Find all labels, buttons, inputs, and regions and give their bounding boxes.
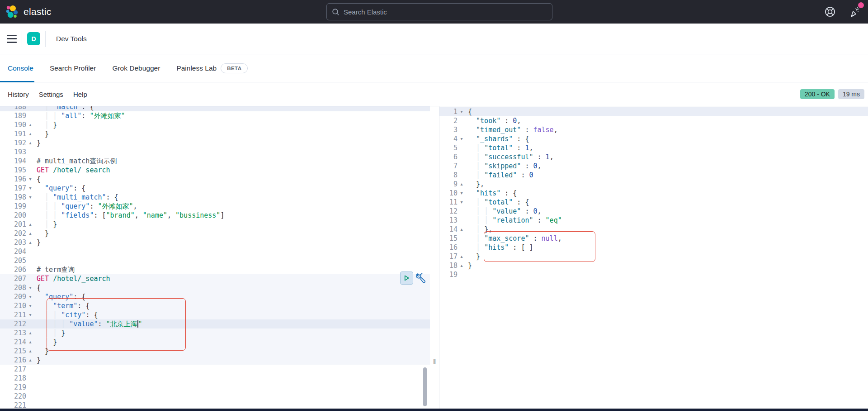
code-line[interactable]: 2 "took" : 0, bbox=[439, 116, 868, 125]
fold-toggle-icon[interactable]: ▾ bbox=[26, 175, 34, 184]
code-line[interactable]: 209▾ "query": { bbox=[0, 292, 430, 301]
code-line[interactable]: 218 bbox=[0, 374, 430, 383]
fold-toggle-icon[interactable]: ▴ bbox=[26, 328, 34, 338]
tab-grok-debugger[interactable]: Grok Debugger bbox=[112, 54, 160, 82]
fold-toggle-icon[interactable]: ▴ bbox=[26, 356, 34, 365]
menu-settings[interactable]: Settings bbox=[39, 90, 63, 98]
code-line[interactable]: 7 │ "skipped" : 0, bbox=[439, 162, 868, 171]
code-line[interactable]: 196▾{ bbox=[0, 175, 430, 184]
request-editor[interactable]: 188 │ "match": {189 │ │ "all": "外滩如家"190… bbox=[0, 106, 430, 409]
code-line[interactable]: 203▴} bbox=[0, 238, 430, 247]
code-line[interactable]: 208▾{ bbox=[0, 283, 430, 292]
line-number: 201 bbox=[0, 220, 26, 229]
code-line[interactable]: 213▴ │ │ } bbox=[0, 328, 430, 338]
code-line[interactable]: 4▾ "_shards" : { bbox=[439, 134, 868, 143]
code-line[interactable]: 199 │ │ "query": "外滩如家", bbox=[0, 202, 430, 211]
code-line[interactable]: 8 │ "failed" : 0 bbox=[439, 171, 868, 180]
send-request-button[interactable] bbox=[400, 271, 413, 285]
code-line[interactable]: 197▾ "query": { bbox=[0, 184, 430, 193]
request-options-wrench-icon[interactable] bbox=[414, 272, 425, 286]
panel-resizer[interactable]: ‖ bbox=[430, 106, 439, 409]
code-line[interactable]: 19 bbox=[439, 270, 868, 279]
code-line[interactable]: 217 bbox=[0, 365, 430, 374]
fold-toggle-icon[interactable]: ▴ bbox=[26, 338, 34, 347]
code-line[interactable]: 221 bbox=[0, 401, 430, 409]
code-line[interactable]: 13 │ │ "relation" : "eq" bbox=[439, 216, 868, 225]
code-line[interactable]: 195GET /hotel/_search bbox=[0, 166, 430, 175]
code-line[interactable]: 10▾ "hits" : { bbox=[439, 189, 868, 198]
code-line[interactable]: 215▴ } bbox=[0, 347, 430, 356]
fold-toggle-icon[interactable]: ▾ bbox=[458, 134, 466, 143]
code-line[interactable]: 18▴} bbox=[439, 261, 868, 270]
fold-toggle-icon[interactable]: ▾ bbox=[26, 301, 34, 310]
code-line[interactable]: 16 │ "hits" : [ ] bbox=[439, 243, 868, 252]
code-line[interactable]: 5 │ "total" : 1, bbox=[439, 143, 868, 152]
code-line[interactable]: 1▾{ bbox=[439, 107, 868, 116]
fold-toggle-icon[interactable]: ▴ bbox=[26, 138, 34, 148]
code-line[interactable]: 205 bbox=[0, 256, 430, 265]
code-line[interactable]: 211▾ │ │ "city": { bbox=[0, 310, 430, 319]
code-line[interactable]: 189 │ │ "all": "外滩如家" bbox=[0, 111, 430, 120]
code-line[interactable]: 202▴ } bbox=[0, 229, 430, 238]
code-line[interactable]: 17▴ } bbox=[439, 252, 868, 261]
code-line[interactable]: 220 bbox=[0, 392, 430, 401]
code-line[interactable]: 192▴} bbox=[0, 138, 430, 148]
code-line[interactable]: 6 │ "successful" : 1, bbox=[439, 152, 868, 162]
code-line[interactable]: 194# multi_match查询示例 bbox=[0, 157, 430, 166]
fold-spacer bbox=[26, 265, 34, 274]
menu-icon[interactable] bbox=[7, 35, 17, 43]
fold-toggle-icon[interactable]: ▾ bbox=[26, 292, 34, 301]
search-input[interactable]: Search Elastic bbox=[326, 3, 552, 20]
code-line[interactable]: 201▴ │ } bbox=[0, 220, 430, 229]
fold-toggle-icon[interactable]: ▾ bbox=[26, 310, 34, 319]
code-line[interactable]: 3 "timed_out" : false, bbox=[439, 125, 868, 134]
code-line[interactable]: 204 bbox=[0, 247, 430, 256]
code-line[interactable]: 191▴ } bbox=[0, 129, 430, 138]
menu-help[interactable]: Help bbox=[73, 90, 87, 98]
menu-history[interactable]: History bbox=[8, 90, 29, 98]
code-line[interactable]: 207GET /hotel/_search bbox=[0, 274, 430, 283]
fold-toggle-icon[interactable]: ▾ bbox=[26, 193, 34, 202]
code-line[interactable]: 12 │ │ "value" : 0, bbox=[439, 207, 868, 216]
fold-toggle-icon[interactable]: ▴ bbox=[26, 120, 34, 129]
code-line[interactable]: 200 │ │ "fields": ["brand", "name", "bus… bbox=[0, 211, 430, 220]
tab-search-profiler[interactable]: Search Profiler bbox=[50, 54, 96, 82]
fold-toggle-icon[interactable]: ▴ bbox=[458, 180, 466, 189]
code-line[interactable]: 198▾ │ "multi_match": { bbox=[0, 193, 430, 202]
code-line[interactable]: 190▴ │ } bbox=[0, 120, 430, 129]
code-line[interactable]: 14▴ │ }, bbox=[439, 225, 868, 234]
code-line[interactable]: 214▴ │ } bbox=[0, 338, 430, 347]
fold-toggle-icon[interactable]: ▴ bbox=[458, 261, 466, 270]
fold-toggle-icon[interactable]: ▴ bbox=[26, 238, 34, 247]
code-line[interactable]: 219 bbox=[0, 383, 430, 392]
tab-painless-lab[interactable]: Painless LabBETA bbox=[176, 54, 248, 82]
code-line[interactable]: 193 bbox=[0, 148, 430, 157]
fold-toggle-icon[interactable]: ▾ bbox=[458, 107, 466, 116]
editor-scrollbar[interactable] bbox=[423, 367, 427, 406]
line-number: 206 bbox=[0, 265, 26, 274]
code-line[interactable]: 188 │ "match": { bbox=[0, 106, 430, 111]
fold-toggle-icon[interactable]: ▴ bbox=[26, 229, 34, 238]
code-line[interactable]: 15 │ "max_score" : null, bbox=[439, 234, 868, 243]
tab-console[interactable]: Console bbox=[8, 54, 33, 82]
help-icon[interactable] bbox=[824, 5, 836, 18]
fold-toggle-icon[interactable]: ▴ bbox=[26, 129, 34, 138]
code-line[interactable]: 212 │ │ │ "value": "北京上海" bbox=[0, 319, 430, 328]
code-line[interactable]: 9▴ }, bbox=[439, 180, 868, 189]
elastic-logo[interactable] bbox=[5, 5, 19, 19]
fold-toggle-icon[interactable]: ▾ bbox=[458, 189, 466, 198]
fold-toggle-icon[interactable]: ▾ bbox=[458, 198, 466, 207]
code-line[interactable]: 210▾ │ "term": { bbox=[0, 301, 430, 310]
fold-toggle-icon[interactable]: ▴ bbox=[458, 252, 466, 261]
code-line[interactable]: 206# term查询 bbox=[0, 265, 430, 274]
response-viewer[interactable]: 1▾{2 "took" : 0,3 "timed_out" : false,4▾… bbox=[439, 106, 868, 409]
fold-toggle-icon[interactable]: ▾ bbox=[26, 283, 34, 292]
code-line[interactable]: 216▴} bbox=[0, 356, 430, 365]
fold-toggle-icon[interactable]: ▴ bbox=[26, 220, 34, 229]
dev-tools-app-tile[interactable]: D bbox=[27, 32, 40, 45]
code-line[interactable]: 11▾ │ "total" : { bbox=[439, 198, 868, 207]
fold-toggle-icon[interactable]: ▾ bbox=[26, 184, 34, 193]
fold-toggle-icon[interactable]: ▴ bbox=[458, 225, 466, 234]
fold-toggle-icon[interactable]: ▴ bbox=[26, 347, 34, 356]
line-number: 11 bbox=[439, 198, 458, 207]
